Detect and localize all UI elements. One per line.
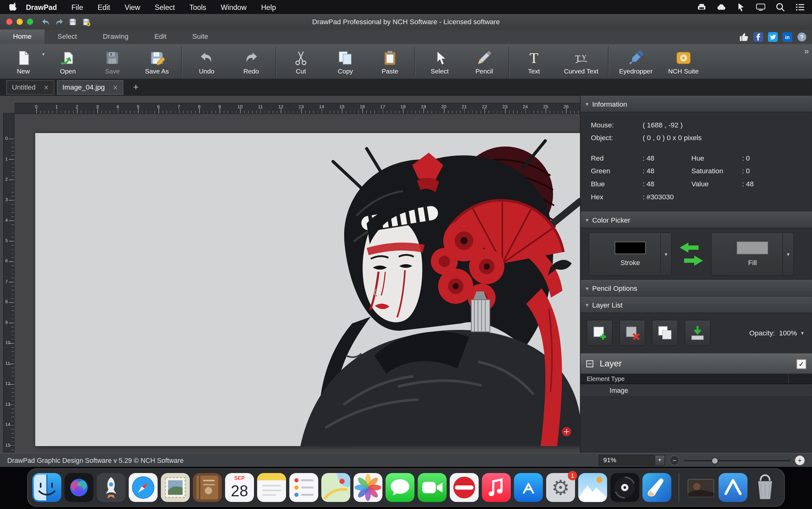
document-canvas[interactable] bbox=[35, 133, 580, 446]
apple-menu-icon[interactable] bbox=[7, 2, 19, 12]
dock-mail[interactable] bbox=[161, 473, 190, 502]
dropdown-arrow-icon[interactable]: ▾ bbox=[42, 52, 45, 57]
minimize-window-button[interactable] bbox=[17, 19, 23, 25]
new-tab-button[interactable]: + bbox=[129, 82, 143, 93]
toolbar-button-save-as[interactable]: Save As bbox=[135, 45, 179, 79]
app-menu-title[interactable]: DrawPad bbox=[26, 3, 57, 11]
layer-visibility-checkbox[interactable]: ✓ bbox=[797, 359, 806, 369]
dock-facetime[interactable] bbox=[418, 473, 447, 502]
linkedin-icon[interactable]: in bbox=[783, 32, 792, 42]
toolbar-button-cut[interactable]: Cut bbox=[279, 45, 323, 79]
add-layer-button[interactable] bbox=[587, 320, 613, 346]
dock-photos[interactable] bbox=[354, 473, 383, 502]
toolbar-button-save[interactable]: Save bbox=[90, 45, 135, 79]
dock-contacts[interactable] bbox=[193, 473, 222, 502]
menubar-item-file[interactable]: File bbox=[64, 3, 90, 11]
toolbar-button-text[interactable]: TText bbox=[512, 45, 556, 79]
window-title-bar[interactable]: DrawPad Professional by NCH Software - L… bbox=[0, 14, 812, 30]
dropdown-arrow-icon[interactable]: ▾ bbox=[801, 330, 804, 335]
zoom-out-button[interactable]: − bbox=[670, 455, 680, 465]
fullscreen-window-button[interactable] bbox=[27, 19, 33, 25]
toolbar-button-eyedropper[interactable]: Eyedropper bbox=[611, 45, 660, 79]
toolbar-button-nch-suite[interactable]: NCH Suite bbox=[660, 45, 707, 79]
toolbar-button-new[interactable]: New▾ bbox=[1, 45, 45, 79]
information-section-header[interactable]: ▾ Information bbox=[581, 96, 812, 112]
redo-arrow-icon[interactable] bbox=[55, 18, 64, 26]
toolbar-button-paste[interactable]: Paste bbox=[367, 45, 412, 79]
dock-music[interactable] bbox=[482, 473, 511, 502]
color-picker-section-header[interactable]: ▾ Color Picker bbox=[581, 212, 812, 228]
toolbar-button-copy[interactable]: Copy bbox=[323, 45, 368, 79]
delete-layer-button[interactable] bbox=[619, 320, 645, 346]
dock-maps[interactable] bbox=[321, 473, 350, 502]
tab-home[interactable]: Home bbox=[0, 29, 45, 44]
save-disk-new-icon[interactable] bbox=[82, 18, 91, 26]
dropdown-arrow-icon[interactable]: ▾ bbox=[783, 233, 793, 275]
dock-videopad[interactable] bbox=[610, 473, 639, 502]
toolbar-button-redo[interactable]: Redo bbox=[229, 45, 273, 79]
layer-element-row[interactable]: Image bbox=[581, 384, 812, 397]
toolbar-button-curved-text[interactable]: TYCurved Text bbox=[556, 45, 606, 79]
dock-photopad[interactable] bbox=[578, 473, 607, 502]
dock-calendar[interactable]: SEP28 bbox=[225, 473, 254, 502]
merge-layer-button[interactable] bbox=[684, 320, 710, 346]
dock-system-preferences[interactable]: ⚙1 bbox=[546, 473, 575, 502]
toolbar-button-pencil[interactable]: Pencil bbox=[462, 45, 507, 79]
close-tab-icon[interactable]: × bbox=[113, 83, 118, 91]
menu-list-icon[interactable] bbox=[795, 2, 805, 12]
dock-finder[interactable] bbox=[32, 473, 61, 502]
dock-safari[interactable] bbox=[129, 473, 158, 502]
tab-drawing[interactable]: Drawing bbox=[90, 29, 141, 44]
toolbar-button-undo[interactable]: Undo bbox=[184, 45, 229, 79]
opacity-control[interactable]: Opacity: 100% ▾ bbox=[749, 329, 806, 337]
menubar-item-window[interactable]: Window bbox=[214, 3, 254, 11]
cloud-icon[interactable] bbox=[717, 2, 726, 12]
dock-app-store[interactable] bbox=[514, 473, 543, 502]
dock-notes[interactable] bbox=[257, 473, 286, 502]
facebook-icon[interactable] bbox=[753, 32, 763, 42]
dock-reminders[interactable] bbox=[289, 473, 318, 502]
save-disk-icon[interactable] bbox=[68, 18, 77, 26]
dropdown-arrow-icon[interactable]: ▾ bbox=[654, 455, 664, 465]
dock-news[interactable] bbox=[450, 473, 479, 502]
dock-minimized-window[interactable] bbox=[686, 473, 715, 502]
dock-messages[interactable] bbox=[386, 473, 414, 502]
thumbs-up-icon[interactable] bbox=[739, 32, 749, 42]
display-icon[interactable] bbox=[756, 2, 766, 12]
menubar-item-help[interactable]: Help bbox=[254, 3, 283, 11]
duplicate-layer-button[interactable] bbox=[652, 320, 678, 346]
toolbar-overflow-chevron[interactable]: » bbox=[804, 46, 809, 56]
spotlight-icon[interactable] bbox=[776, 2, 785, 12]
layer-list-section-header[interactable]: ▾ Layer List bbox=[581, 297, 812, 313]
dock-drawpad[interactable] bbox=[642, 473, 671, 502]
dock-nch-app[interactable] bbox=[719, 473, 747, 502]
fill-color-picker[interactable]: Fill ▾ bbox=[711, 233, 794, 276]
menubar-item-edit[interactable]: Edit bbox=[90, 3, 117, 11]
dock-launchpad[interactable] bbox=[96, 473, 125, 502]
undo-arrow-icon[interactable] bbox=[41, 18, 50, 26]
document-tab-untitled[interactable]: Untitled× bbox=[6, 80, 54, 95]
menubar-item-view[interactable]: View bbox=[117, 3, 147, 11]
document-tab-image-04-jpg[interactable]: Image_04.jpg× bbox=[57, 80, 124, 95]
zoom-slider[interactable] bbox=[684, 456, 790, 464]
zoom-in-button[interactable]: + bbox=[795, 455, 805, 465]
tab-suite[interactable]: Suite bbox=[179, 29, 221, 44]
tab-edit[interactable]: Edit bbox=[141, 29, 179, 44]
swap-colors-button[interactable] bbox=[677, 240, 706, 268]
twitter-icon[interactable] bbox=[768, 32, 778, 42]
pencil-options-section-header[interactable]: ▾ Pencil Options bbox=[581, 280, 812, 296]
close-window-button[interactable] bbox=[6, 19, 12, 25]
layer-row[interactable]: Layer ✓ bbox=[581, 353, 812, 374]
zoom-slider-thumb[interactable] bbox=[712, 457, 719, 464]
stroke-color-picker[interactable]: Stroke ▾ bbox=[589, 233, 672, 276]
scanner-icon[interactable] bbox=[697, 2, 706, 12]
tab-select[interactable]: Select bbox=[45, 29, 90, 44]
dock-siri[interactable] bbox=[65, 473, 93, 502]
menubar-item-tools[interactable]: Tools bbox=[182, 3, 214, 11]
help-icon[interactable]: ? bbox=[797, 32, 807, 42]
dropdown-arrow-icon[interactable]: ▾ bbox=[660, 233, 671, 275]
dock-trash[interactable] bbox=[751, 473, 779, 502]
close-tab-icon[interactable]: × bbox=[44, 83, 49, 91]
collapse-box-icon[interactable] bbox=[586, 360, 593, 367]
pointer-icon[interactable] bbox=[736, 2, 746, 12]
